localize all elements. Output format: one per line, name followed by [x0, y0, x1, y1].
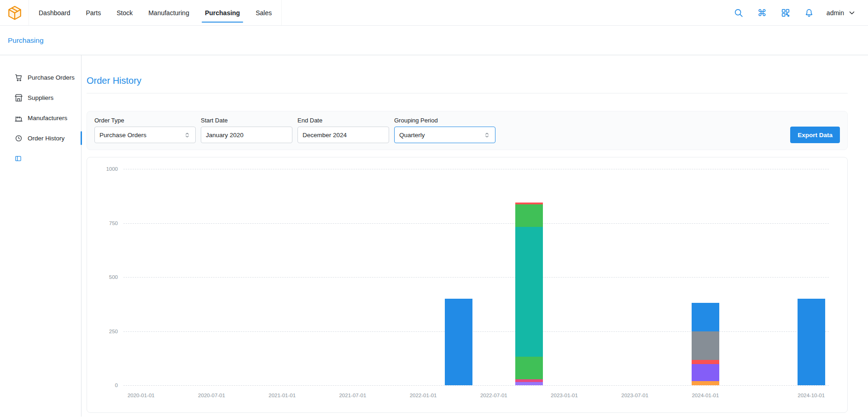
sidebar-item-purchase-orders[interactable]: Purchase Orders: [0, 67, 81, 87]
main-nav-tabs: Dashboard Parts Stock Manufacturing Purc…: [29, 0, 282, 25]
app-logo[interactable]: [6, 5, 24, 21]
start-date-input[interactable]: [201, 127, 292, 143]
bar-stack[interactable]: [445, 299, 472, 385]
sidebar-item-label: Manufacturers: [28, 115, 67, 122]
y-axis-tick-label: 500: [109, 274, 118, 280]
y-axis-tick-label: 750: [109, 220, 118, 226]
tab-stock[interactable]: Stock: [109, 0, 140, 25]
factory-icon: [14, 114, 23, 122]
y-axis-tick-label: 250: [109, 329, 118, 334]
bar-segment[interactable]: [515, 382, 543, 385]
content-area: Purchase Orders Suppliers Manufacturers: [0, 55, 868, 417]
order-history-chart-card: 025050075010002020-01-012020-07-012021-0…: [87, 157, 848, 413]
order-type-select[interactable]: Purchase Orders: [94, 127, 196, 143]
history-clock-icon: [14, 134, 23, 143]
gridline: [123, 223, 829, 224]
x-axis-tick-label: 2022-01-01: [410, 393, 437, 398]
bar-segment[interactable]: [692, 381, 719, 385]
sidebar-item-label: Suppliers: [28, 94, 53, 101]
start-date-field: Start Date: [201, 117, 292, 143]
chart-plot[interactable]: 025050075010002020-01-012020-07-012021-0…: [123, 169, 829, 385]
x-axis-tick-label: 2020-01-01: [128, 393, 155, 398]
title-divider: [87, 93, 848, 93]
x-axis-tick-label: 2022-07-01: [480, 393, 507, 398]
select-chevrons-icon: [184, 132, 191, 139]
x-axis-tick-label: 2024-10-01: [798, 393, 825, 398]
x-axis-tick-label: 2023-07-01: [621, 393, 648, 398]
bar-segment[interactable]: [692, 331, 719, 360]
grouping-period-select[interactable]: Quarterly: [394, 127, 495, 143]
end-date-label: End Date: [297, 117, 389, 124]
tab-parts[interactable]: Parts: [78, 0, 109, 25]
collapse-sidebar-icon[interactable]: [14, 155, 22, 162]
filter-panel: Order Type Purchase Orders Start Date En…: [87, 111, 848, 150]
bell-icon[interactable]: [803, 7, 815, 19]
y-axis-tick-label: 0: [115, 382, 118, 388]
bar-stack[interactable]: [798, 299, 825, 385]
bar-segment[interactable]: [692, 364, 719, 381]
sidebar-item-order-history[interactable]: Order History: [0, 128, 81, 148]
bar-segment[interactable]: [692, 360, 719, 364]
bar-segment[interactable]: [798, 299, 825, 385]
bar-segment[interactable]: [515, 227, 543, 357]
user-menu[interactable]: admin: [827, 9, 856, 17]
chevron-down-icon: [848, 9, 856, 17]
gridline: [123, 277, 829, 278]
bar-segment[interactable]: [692, 303, 719, 332]
sidebar-item-label: Purchase Orders: [28, 74, 75, 81]
x-axis-tick-label: 2021-01-01: [268, 393, 296, 398]
username: admin: [827, 9, 844, 17]
sidebar-item-manufacturers[interactable]: Manufacturers: [0, 108, 81, 128]
page-title: Order History: [87, 75, 848, 86]
order-type-label: Order Type: [94, 117, 196, 124]
gridline: [123, 169, 829, 169]
sidebar-item-suppliers[interactable]: Suppliers: [0, 87, 81, 108]
end-date-field: End Date: [297, 117, 389, 143]
bar-segment[interactable]: [515, 357, 543, 379]
breadcrumb-purchasing[interactable]: Purchasing: [8, 36, 44, 45]
start-date-label: Start Date: [201, 117, 292, 124]
tab-manufacturing[interactable]: Manufacturing: [140, 0, 197, 25]
select-chevrons-icon: [484, 132, 490, 139]
x-axis-tick-label: 2020-07-01: [198, 393, 225, 398]
gridline: [123, 385, 829, 386]
shopping-cart-icon: [14, 73, 23, 82]
main-panel: Order History Order Type Purchase Orders…: [82, 55, 868, 417]
tab-purchasing[interactable]: Purchasing: [197, 0, 248, 25]
end-date-input[interactable]: [297, 127, 389, 143]
x-axis-tick-label: 2023-01-01: [551, 393, 578, 398]
grouping-period-label: Grouping Period: [394, 117, 495, 124]
y-axis-tick-label: 1000: [106, 166, 118, 172]
qr-code-icon[interactable]: [780, 7, 792, 19]
x-axis-tick-label: 2024-01-01: [692, 393, 719, 398]
sidebar-item-label: Order History: [28, 135, 64, 142]
navbar-actions: ⌘ admin: [733, 7, 868, 19]
bar-segment[interactable]: [515, 204, 543, 226]
order-type-field: Order Type Purchase Orders: [94, 117, 196, 143]
tab-sales[interactable]: Sales: [248, 0, 280, 25]
command-icon[interactable]: ⌘: [756, 7, 768, 19]
package-box-icon: [7, 5, 23, 21]
sidebar: Purchase Orders Suppliers Manufacturers: [0, 55, 82, 417]
x-axis-tick-label: 2021-07-01: [339, 393, 366, 398]
tab-dashboard[interactable]: Dashboard: [31, 0, 78, 25]
export-data-button[interactable]: Export Data: [790, 127, 840, 143]
top-navbar: Dashboard Parts Stock Manufacturing Purc…: [0, 0, 868, 26]
grouping-period-field: Grouping Period Quarterly: [394, 117, 495, 143]
gridline: [123, 331, 829, 332]
breadcrumb: Purchasing: [0, 26, 868, 55]
search-icon[interactable]: [733, 7, 745, 19]
bar-stack[interactable]: [692, 303, 719, 386]
building-store-icon: [14, 93, 23, 102]
bar-segment[interactable]: [445, 299, 472, 385]
bar-stack[interactable]: [515, 203, 543, 385]
